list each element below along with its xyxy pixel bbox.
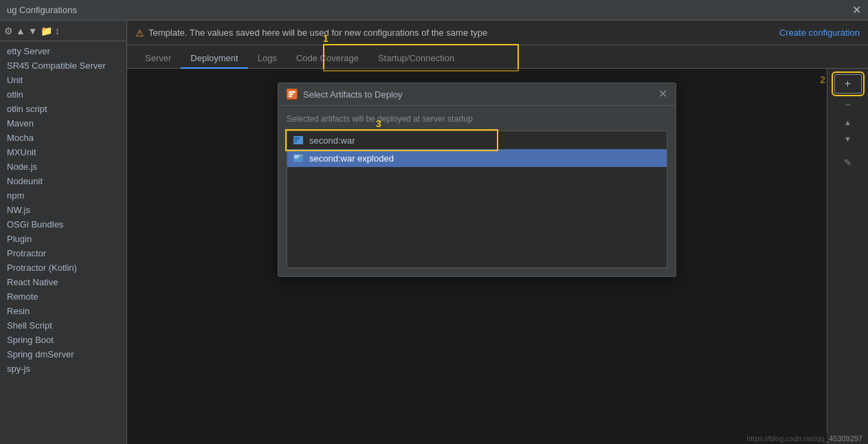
sidebar-item-spring-dmserver[interactable]: Spring dmServer [0, 347, 126, 362]
sidebar-item-sr45[interactable]: SR45 Compatible Server [0, 58, 126, 73]
remove-artifact-button[interactable]: − [838, 96, 858, 113]
modal-overlay: Select Artifacts to Deploy ✕ Selected ar… [127, 69, 827, 444]
sidebar-item-spy-js[interactable]: spy-js [0, 362, 126, 376]
sidebar-item-unit[interactable]: Unit [0, 73, 126, 87]
template-banner: ⚠ Template. The values saved here will b… [127, 21, 868, 45]
select-artifacts-modal: Select Artifacts to Deploy ✕ Selected ar… [278, 82, 676, 277]
modal-title: Select Artifacts to Deploy [303, 89, 653, 100]
modal-header: Select Artifacts to Deploy ✕ [278, 83, 676, 106]
artifact-item-war-exploded[interactable]: second:war exploded [287, 149, 667, 167]
svg-rect-7 [294, 142, 297, 143]
sidebar-list: etty Server SR45 Compatible Server Unit … [0, 41, 126, 379]
tab-server[interactable]: Server [135, 49, 181, 69]
right-panel: 2 + − ▲ ▼ ✎ [827, 69, 868, 444]
template-banner-text: Template. The values saved here will be … [148, 27, 487, 38]
folder-icon[interactable]: 📁 [41, 25, 52, 36]
title-bar-text: ug Configurations [7, 5, 77, 15]
svg-rect-6 [294, 140, 298, 141]
artifact-war-exploded-label: second:war exploded [309, 153, 394, 164]
settings-icon[interactable]: ⚙ [4, 25, 13, 36]
modal-close-button[interactable]: ✕ [658, 89, 667, 100]
sidebar-item-jetty-server[interactable]: etty Server [0, 44, 126, 58]
move-down-button[interactable]: ▼ [840, 132, 856, 146]
tabs-bar: Server Deployment Logs Code Coverage Sta… [127, 45, 868, 69]
sidebar-item-nwjs[interactable]: NW.js [0, 203, 126, 217]
template-banner-content: ⚠ Template. The values saved here will b… [135, 27, 487, 38]
edit-button[interactable]: ✎ [840, 155, 856, 169]
artifact-item-war[interactable]: second:war [287, 131, 667, 149]
sidebar-item-osgi[interactable]: OSGi Bundles [0, 217, 126, 232]
sidebar-item-protractor-kotlin[interactable]: Protractor (Kotlin) [0, 260, 126, 275]
intellij-icon [287, 89, 297, 99]
tabs-container: Server Deployment Logs Code Coverage Sta… [127, 45, 868, 69]
sidebar-item-plugin[interactable]: Plugin [0, 232, 126, 246]
war-exploded-artifact-icon [293, 153, 304, 164]
tab-startup-connection[interactable]: Startup/Connection [368, 49, 464, 69]
sidebar-toolbar: ⚙ ▲ ▼ 📁 ↕ [0, 21, 126, 41]
artifact-list: second:war [287, 131, 667, 268]
sidebar-item-npm[interactable]: npm [0, 188, 126, 203]
modal-title-icon [287, 89, 298, 100]
modal-body: Selected artifacts will be deployed at s… [278, 106, 676, 276]
sidebar-item-protractor[interactable]: Protractor [0, 246, 126, 260]
modal-description: Selected artifacts will be deployed at s… [287, 114, 667, 124]
title-bar: ug Configurations ✕ [0, 0, 868, 21]
chevron-down-icon[interactable]: ▼ [28, 25, 38, 36]
chevron-up-icon[interactable]: ▲ [16, 25, 25, 36]
sidebar-item-kotlin-script[interactable]: otlin script [0, 102, 126, 116]
deployment-area: Select Artifacts to Deploy ✕ Selected ar… [127, 69, 827, 444]
artifact-list-container: second:war [287, 131, 667, 268]
sidebar-item-mxunit[interactable]: MXUnit [0, 145, 126, 159]
tab-logs[interactable]: Logs [248, 49, 287, 69]
svg-rect-3 [289, 96, 292, 97]
close-icon[interactable]: ✕ [852, 3, 861, 16]
sidebar-item-mocha[interactable]: Mocha [0, 131, 126, 145]
svg-rect-2 [289, 93, 293, 95]
svg-rect-9 [294, 155, 300, 157]
sidebar: ⚙ ▲ ▼ 📁 ↕ etty Server SR45 Compatible Se… [0, 21, 127, 444]
sidebar-item-react-native[interactable]: React Native [0, 275, 126, 289]
tab-deployment[interactable]: Deployment [181, 49, 247, 69]
sidebar-item-nodeunit[interactable]: Nodeunit [0, 174, 126, 188]
warning-icon: ⚠ [135, 27, 144, 38]
main-layout: ⚙ ▲ ▼ 📁 ↕ etty Server SR45 Compatible Se… [0, 21, 868, 444]
create-configuration-link[interactable]: Create configuration [779, 27, 860, 38]
artifact-war-label: second:war [309, 135, 355, 146]
sidebar-item-resin[interactable]: Resin [0, 304, 126, 318]
svg-rect-10 [294, 157, 298, 159]
tab-content: Select Artifacts to Deploy ✕ Selected ar… [127, 69, 868, 444]
svg-rect-1 [289, 91, 296, 93]
sidebar-item-maven[interactable]: Maven [0, 116, 126, 131]
sidebar-item-kotlin[interactable]: otlin [0, 87, 126, 102]
sidebar-item-shell-script[interactable]: Shell Script [0, 318, 126, 333]
sidebar-item-nodejs[interactable]: Node.js [0, 159, 126, 174]
war-artifact-icon [293, 135, 304, 146]
svg-rect-5 [294, 137, 300, 139]
move-up-button[interactable]: ▲ [840, 115, 856, 129]
content-area: ⚠ Template. The values saved here will b… [127, 21, 868, 444]
sidebar-item-spring-boot[interactable]: Spring Boot [0, 333, 126, 347]
tab-code-coverage[interactable]: Code Coverage [287, 49, 368, 69]
sort-icon[interactable]: ↕ [55, 25, 60, 36]
sidebar-item-remote[interactable]: Remote [0, 289, 126, 304]
add-artifact-button[interactable]: + [834, 74, 862, 93]
